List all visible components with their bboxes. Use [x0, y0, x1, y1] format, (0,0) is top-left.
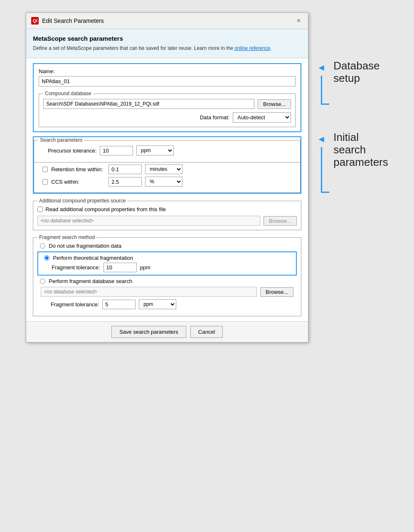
data-format-select[interactable]: Auto-detect SDF MGF CSV	[233, 112, 291, 123]
compound-database-fieldset: Compound database Browse... Data format:…	[39, 91, 296, 127]
cancel-button[interactable]: Cancel	[190, 326, 223, 338]
rt-ccs-area: Retention time within: minutes seconds C…	[34, 163, 301, 193]
dialog-footer: Save search parameters Cancel	[26, 321, 308, 342]
compound-db-row: Browse...	[43, 99, 291, 109]
frag-db-tolerance-label: Fragment tolerance:	[41, 301, 99, 308]
compound-db-browse-button[interactable]: Browse...	[258, 99, 291, 109]
arrow-connector-1	[321, 76, 329, 105]
retention-time-input[interactable]	[108, 165, 142, 174]
retention-time-unit-select[interactable]: minutes seconds	[145, 164, 182, 174]
compound-db-path-input[interactable]	[43, 99, 254, 109]
close-button[interactable]: ×	[294, 16, 303, 25]
additional-properties-checkbox[interactable]	[37, 207, 43, 212]
fragment-db-row: Browse...	[37, 287, 297, 297]
online-reference-link[interactable]: online reference	[234, 45, 270, 51]
database-setup-text: Databasesetup	[333, 59, 380, 84]
fragment-db-input[interactable]	[41, 287, 257, 297]
frag-db-tolerance-input[interactable]	[102, 300, 136, 309]
precursor-tolerance-row: Precursor tolerance: ppm Da mDa	[38, 145, 296, 155]
app-icon: QI	[31, 17, 39, 25]
arrow-left-1: ◄	[317, 62, 326, 73]
additional-properties-browse-button[interactable]: Browse...	[264, 216, 297, 226]
fragment-search-fieldset: Fragment search method Do not use fragme…	[33, 234, 301, 316]
titlebar-left: QI Edit Search Parameters	[31, 17, 104, 25]
ccs-unit-select[interactable]: % Å²	[145, 177, 182, 187]
initial-search-text: Initialsearchparameters	[333, 131, 388, 168]
dialog-content: Name: Compound database Browse... Data f…	[26, 58, 308, 321]
arrow-left-2: ◄	[317, 134, 326, 145]
header-title: MetaScope search parameters	[33, 35, 301, 42]
frag-db-tolerance-unit-select[interactable]: ppm Da mDa	[139, 299, 176, 309]
additional-properties-db-row: Browse...	[37, 216, 297, 226]
fragment-option3-row: Perform fragment database search	[37, 278, 297, 284]
fragment-option3-radio[interactable]	[40, 278, 45, 284]
database-setup-annotation: ◄ Databasesetup	[317, 62, 388, 105]
additional-properties-checkbox-label: Read additional compound properties from…	[45, 206, 166, 212]
header-description: Define a set of MetaScope parameters tha…	[33, 44, 301, 52]
frag-db-tolerance-row: Fragment tolerance: ppm Da mDa	[37, 299, 297, 309]
save-search-parameters-button[interactable]: Save search parameters	[111, 326, 186, 338]
fragment-option1-row: Do not use fragmentation data	[37, 243, 297, 249]
precursor-tolerance-unit-select[interactable]: ppm Da mDa	[136, 145, 174, 155]
additional-properties-db-input[interactable]	[37, 216, 260, 226]
retention-time-row: Retention time within: minutes seconds	[38, 164, 296, 174]
annotations-panel: ◄ Databasesetup ◄ Initialsearchparameter…	[317, 62, 388, 193]
edit-search-parameters-dialog: QI Edit Search Parameters × MetaScope se…	[26, 12, 308, 342]
dialog-titlebar: QI Edit Search Parameters ×	[26, 13, 308, 29]
fragment-tolerance-unit: ppm	[140, 264, 150, 271]
fragment-option2-row: Perform theoretical fragmentation	[42, 255, 293, 261]
precursor-tolerance-input[interactable]	[100, 146, 133, 155]
fragment-option2-label: Perform theoretical fragmentation	[53, 255, 133, 261]
fragment-option1-label: Do not use fragmentation data	[49, 243, 121, 249]
compound-database-legend: Compound database	[43, 91, 93, 96]
search-parameters-section: Search parameters Precursor tolerance: p…	[33, 136, 301, 194]
fragment-option3-label: Perform fragment database search	[49, 278, 132, 284]
precursor-tolerance-label: Precursor tolerance:	[38, 148, 96, 154]
fragment-search-legend: Fragment search method	[37, 234, 96, 240]
fragment-db-browse-button[interactable]: Browse...	[260, 287, 293, 297]
name-label: Name:	[39, 68, 296, 74]
fragment-tolerance-input[interactable]	[104, 263, 137, 272]
arrow-connector-2	[321, 147, 329, 193]
fragment-option2-section: Perform theoretical fragmentation Fragme…	[37, 251, 297, 276]
ccs-row: CCS within: % Å²	[38, 177, 296, 187]
name-input[interactable]	[39, 76, 296, 86]
additional-properties-fieldset: Additional compound properties source Re…	[33, 198, 301, 230]
ccs-checkbox[interactable]	[42, 179, 48, 185]
initial-search-annotation: ◄ Initialsearchparameters	[317, 134, 388, 193]
dialog-title: Edit Search Parameters	[42, 17, 104, 24]
fragment-option1-radio[interactable]	[40, 243, 45, 249]
ccs-label: CCS within:	[51, 179, 105, 185]
database-setup-section: Name: Compound database Browse... Data f…	[33, 63, 301, 132]
retention-time-label: Retention time within:	[51, 166, 105, 172]
header-section: MetaScope search parameters Define a set…	[26, 29, 308, 58]
fragment-option2-radio[interactable]	[44, 255, 49, 261]
fragment-tolerance-row: Fragment tolerance: ppm	[42, 263, 293, 272]
data-format-label: Data format:	[200, 114, 230, 121]
fragment-tolerance-label: Fragment tolerance:	[52, 264, 100, 271]
search-parameters-legend: Search parameters	[38, 137, 84, 143]
data-format-row: Data format: Auto-detect SDF MGF CSV	[43, 112, 291, 123]
retention-time-checkbox[interactable]	[42, 167, 48, 172]
additional-properties-legend: Additional compound properties source	[37, 198, 127, 204]
name-row: Name:	[39, 68, 296, 86]
additional-properties-checkbox-row: Read additional compound properties from…	[37, 206, 297, 212]
search-parameters-fieldset: Search parameters Precursor tolerance: p…	[34, 137, 301, 163]
ccs-input[interactable]	[108, 177, 142, 187]
